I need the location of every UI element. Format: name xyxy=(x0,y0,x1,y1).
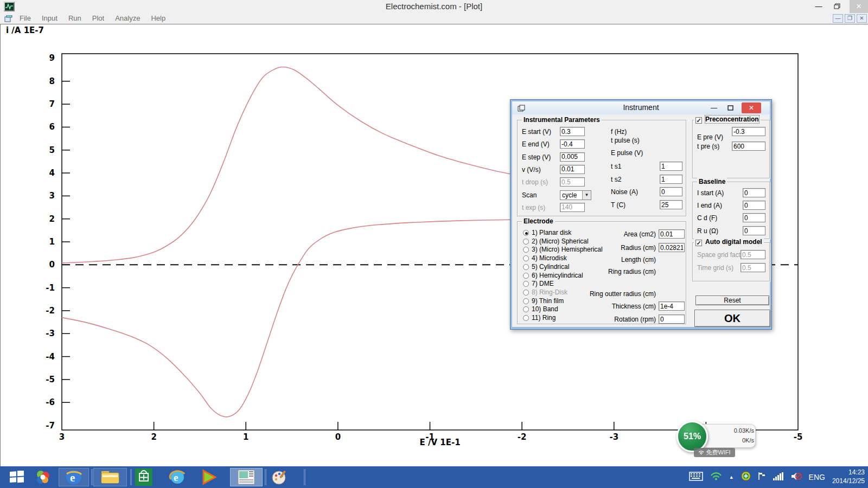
electrode-option[interactable]: 11) Ring xyxy=(523,314,556,322)
taskbar-ie-gold-icon[interactable]: e xyxy=(59,468,89,486)
menu-input[interactable]: Input xyxy=(36,13,63,23)
electrode-field[interactable] xyxy=(659,229,685,239)
field-label: C d (F) xyxy=(697,214,717,222)
close-button[interactable]: ✕ xyxy=(850,0,868,13)
value-field[interactable] xyxy=(732,142,765,151)
param-field[interactable] xyxy=(560,127,585,136)
x-tick-label: 0 xyxy=(327,432,349,442)
download-speed: 0K/s xyxy=(712,437,754,444)
action-center-flag-icon[interactable] xyxy=(758,472,766,483)
radio-icon[interactable] xyxy=(523,239,529,245)
chevron-down-icon[interactable]: ▼ xyxy=(582,191,591,200)
auto-digital-checkbox[interactable]: ✓ xyxy=(695,240,702,246)
value-field[interactable] xyxy=(743,213,765,222)
electrode-option[interactable]: 5) Cylindrical xyxy=(523,263,569,271)
antivirus-tray-icon[interactable] xyxy=(741,471,751,483)
radio-icon[interactable] xyxy=(523,306,529,312)
electrode-field-label: Thickness (cm) xyxy=(583,303,656,310)
radio-icon[interactable] xyxy=(523,298,529,304)
param-label: t exp (s) xyxy=(522,204,545,211)
pulse-field[interactable] xyxy=(660,187,682,196)
menu-help[interactable]: Help xyxy=(145,13,171,23)
svg-text:e: e xyxy=(174,472,178,483)
signal-bars-icon[interactable] xyxy=(773,472,784,483)
radio-icon[interactable] xyxy=(523,255,529,261)
volume-muted-icon[interactable] xyxy=(791,472,802,483)
menu-plot[interactable]: Plot xyxy=(87,13,110,23)
value-field[interactable] xyxy=(743,226,765,235)
electrode-field[interactable] xyxy=(659,301,685,311)
y-tick-label: 0 xyxy=(33,260,55,269)
mdi-close-button[interactable]: ✕ xyxy=(857,14,867,23)
taskbar-paint-icon[interactable] xyxy=(268,468,291,486)
scan-mode-select[interactable]: cycle▼ xyxy=(560,190,591,200)
group-instrumental-parameters: Instrumental Parameters E start (V)E end… xyxy=(517,120,686,216)
value-field[interactable] xyxy=(741,250,765,259)
param-field[interactable] xyxy=(560,177,585,187)
value-field[interactable] xyxy=(732,127,765,136)
taskbar-media-player-icon[interactable] xyxy=(197,468,220,486)
taskbar-windows-store-icon[interactable] xyxy=(132,468,155,486)
electrode-field[interactable] xyxy=(659,243,685,252)
wifi-tray-icon[interactable] xyxy=(710,472,722,483)
value-field[interactable] xyxy=(741,263,765,272)
electrode-option[interactable]: 1) Planar disk xyxy=(523,229,571,236)
param-field[interactable] xyxy=(560,203,585,212)
mdi-minimize-button[interactable]: — xyxy=(833,14,843,23)
electrode-option[interactable]: 6) Hemicylindrical xyxy=(523,272,583,279)
field-label: I start (A) xyxy=(697,189,724,197)
value-field[interactable] xyxy=(743,188,765,197)
group-baseline: Baseline I start (A)I end (A)C d (F)R u … xyxy=(692,182,770,239)
taskbar-plot-app-icon[interactable] xyxy=(230,468,263,486)
dialog-close-button[interactable]: ✕ xyxy=(742,102,761,113)
field-label: R u (Ω) xyxy=(697,227,718,235)
language-indicator[interactable]: ENG xyxy=(809,473,825,481)
radio-icon[interactable] xyxy=(523,247,529,253)
mdi-restore-button[interactable]: ❐ xyxy=(845,14,855,23)
electrode-field[interactable] xyxy=(659,314,685,324)
menu-run[interactable]: Run xyxy=(63,13,87,23)
radio-icon[interactable] xyxy=(523,290,529,296)
radio-icon[interactable] xyxy=(523,273,529,279)
param-field[interactable] xyxy=(560,139,585,149)
minimize-button[interactable]: — xyxy=(809,0,828,13)
pulse-field[interactable] xyxy=(660,175,682,184)
dialog-minimize-button[interactable]: — xyxy=(708,102,720,113)
pulse-field[interactable] xyxy=(660,200,682,209)
ok-button[interactable]: OK xyxy=(694,310,770,327)
mdi-child-icon[interactable] xyxy=(4,15,12,22)
value-field[interactable] xyxy=(743,201,765,210)
radio-icon[interactable] xyxy=(523,230,529,236)
y-tick-label: 4 xyxy=(33,168,55,178)
param-field[interactable] xyxy=(560,152,585,162)
free-wifi-badge[interactable]: 免费WIFI xyxy=(694,448,735,457)
radio-icon[interactable] xyxy=(523,281,529,287)
electrode-option[interactable]: 4) Microdisk xyxy=(523,254,567,262)
taskbar-pinwheel-browser-icon[interactable] xyxy=(31,468,54,486)
taskbar-file-explorer-icon[interactable] xyxy=(93,468,127,486)
electrode-option[interactable]: 10) Band xyxy=(523,305,558,313)
radio-icon[interactable] xyxy=(523,315,529,321)
param-field[interactable] xyxy=(560,165,585,174)
group-preconcentration: ✓Preconcentration E pre (V)t pre (s) xyxy=(692,120,770,178)
show-hidden-icons-chevron[interactable]: ▲ xyxy=(729,474,734,480)
field-label: E pre (V) xyxy=(697,133,723,141)
touch-keyboard-icon[interactable] xyxy=(689,472,703,483)
dialog-titlebar[interactable]: Instrument — ✕ xyxy=(512,101,770,114)
restore-button[interactable] xyxy=(828,0,846,13)
electrode-option[interactable]: 8) Ring-Disk xyxy=(523,288,567,296)
tray-clock[interactable]: 14:23 2014/12/25 xyxy=(832,468,865,485)
radio-icon[interactable] xyxy=(523,264,529,270)
electrode-option[interactable]: 7) DME xyxy=(523,280,554,287)
electrode-option[interactable]: 9) Thin film xyxy=(523,297,564,305)
taskbar-start-button[interactable] xyxy=(5,468,28,486)
reset-button[interactable]: Reset xyxy=(695,296,769,305)
taskbar-ie-blue-icon[interactable]: e xyxy=(166,468,189,486)
preconcentration-checkbox[interactable]: ✓ xyxy=(695,117,702,124)
menu-analyze[interactable]: Analyze xyxy=(110,13,145,23)
y-tick-label: -7 xyxy=(33,421,55,431)
electrode-option[interactable]: 2) (Micro) Spherical xyxy=(523,237,589,245)
menu-file[interactable]: File xyxy=(14,13,36,23)
dialog-restore-button[interactable] xyxy=(724,102,736,113)
pulse-field[interactable] xyxy=(660,162,682,171)
